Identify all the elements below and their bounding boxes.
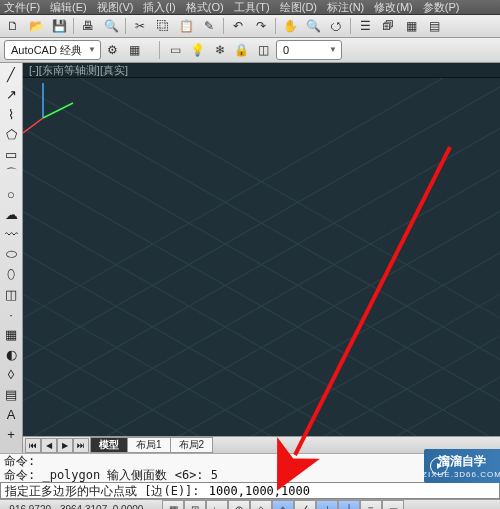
layer-color-icon[interactable]: ◫ xyxy=(254,41,274,59)
layer-freeze-icon[interactable]: ❄ xyxy=(210,41,230,59)
layer-icon[interactable]: ▭ xyxy=(166,41,186,59)
open-icon[interactable]: 📂 xyxy=(25,16,47,36)
menu-edit[interactable]: 编辑(E) xyxy=(50,0,87,14)
menu-modify[interactable]: 修改(M) xyxy=(374,0,413,14)
mtext-icon[interactable]: A xyxy=(2,405,20,423)
3dosnap-toggle[interactable]: ◈ xyxy=(272,500,294,509)
menu-file[interactable]: 文件(F) xyxy=(4,0,40,14)
save-icon[interactable]: 💾 xyxy=(48,16,70,36)
menu-tools[interactable]: 工具(T) xyxy=(234,0,270,14)
layer-lock-icon[interactable]: 🔒 xyxy=(232,41,252,59)
otrack-toggle[interactable]: ∠ xyxy=(294,500,316,509)
layer-select[interactable]: 0 xyxy=(276,40,342,60)
rect-icon[interactable]: ▭ xyxy=(2,145,20,163)
tab-layout1[interactable]: 布局1 xyxy=(127,437,171,453)
calc-icon[interactable]: ▤ xyxy=(423,16,445,36)
tab-last-icon[interactable]: ⏭ xyxy=(73,438,89,453)
paste-icon[interactable]: 📋 xyxy=(175,16,197,36)
ortho-toggle[interactable]: ∟ xyxy=(206,500,228,509)
match-icon[interactable]: ✎ xyxy=(198,16,220,36)
point-icon[interactable]: · xyxy=(2,305,20,323)
gear-icon[interactable]: ⚙ xyxy=(103,41,123,59)
drawing-canvas[interactable] xyxy=(23,78,500,436)
region-icon[interactable]: ◊ xyxy=(2,365,20,383)
grid-toggle[interactable]: ⊞ xyxy=(184,500,206,509)
draw-toolbar: ╱ ↗ ⌇ ⬠ ▭ ⌒ ○ ☁ 〰 ⬭ ⬯ ◫ · ▦ ◐ ◊ ▤ A + xyxy=(0,63,23,453)
svg-line-5 xyxy=(23,223,500,436)
table-icon[interactable]: ▤ xyxy=(2,385,20,403)
lwt-toggle[interactable]: ≡ xyxy=(360,500,382,509)
hatch-icon[interactable]: ▦ xyxy=(2,325,20,343)
polar-toggle[interactable]: ⊕ xyxy=(228,500,250,509)
pan-icon[interactable]: ✋ xyxy=(279,16,301,36)
svg-line-19 xyxy=(43,103,73,118)
print-icon[interactable]: 🖶 xyxy=(77,16,99,36)
polygon-icon[interactable]: ⬠ xyxy=(2,125,20,143)
revcloud-icon[interactable]: ☁ xyxy=(2,205,20,223)
sheet-icon[interactable]: 🗊 xyxy=(377,16,399,36)
workspace-save-icon[interactable]: ▦ xyxy=(125,41,145,59)
command-prompt: 指定正多边形的中心点或 [边(E)]: xyxy=(5,484,200,498)
tab-model[interactable]: 模型 xyxy=(90,437,128,453)
svg-line-20 xyxy=(23,118,43,133)
svg-line-8 xyxy=(23,348,500,436)
svg-line-6 xyxy=(23,265,500,436)
xline-icon[interactable]: ↗ xyxy=(2,85,20,103)
command-input-line[interactable]: 指定正多边形的中心点或 [边(E)]: xyxy=(0,482,500,499)
menu-draw[interactable]: 绘图(D) xyxy=(280,0,317,14)
osnap-toggle[interactable]: ◇ xyxy=(250,500,272,509)
main-area: ╱ ↗ ⌇ ⬠ ▭ ⌒ ○ ☁ 〰 ⬭ ⬯ ◫ · ▦ ◐ ◊ ▤ A + [-… xyxy=(0,63,500,453)
zoom-icon[interactable]: 🔍 xyxy=(302,16,324,36)
undo-icon[interactable]: ↶ xyxy=(227,16,249,36)
tab-prev-icon[interactable]: ◀ xyxy=(41,438,57,453)
new-icon[interactable]: 🗋 xyxy=(2,16,24,36)
layer-state-icon[interactable]: 💡 xyxy=(188,41,208,59)
tab-first-icon[interactable]: ⏮ xyxy=(25,438,41,453)
copy-icon[interactable]: ⿻ xyxy=(152,16,174,36)
cut-icon[interactable]: ✂ xyxy=(129,16,151,36)
command-input[interactable] xyxy=(207,483,411,499)
ucs-icon xyxy=(23,78,83,138)
menu-bar: 文件(F) 编辑(E) 视图(V) 插入(I) 格式(O) 工具(T) 绘图(D… xyxy=(0,0,500,15)
ellipse-arc-icon[interactable]: ⬯ xyxy=(2,265,20,283)
snap-toggle[interactable]: ▦ xyxy=(162,500,184,509)
palette-icon[interactable]: ▦ xyxy=(400,16,422,36)
props-icon[interactable]: ☰ xyxy=(354,16,376,36)
spline-icon[interactable]: 〰 xyxy=(2,225,20,243)
menu-dim[interactable]: 标注(N) xyxy=(327,0,364,14)
gradient-icon[interactable]: ◐ xyxy=(2,345,20,363)
ducs-toggle[interactable]: ⊥ xyxy=(316,500,338,509)
svg-line-3 xyxy=(23,140,500,436)
svg-line-10 xyxy=(23,78,500,389)
watermark-url: ZIXUE.3D66.COM xyxy=(422,470,500,479)
block-icon[interactable]: ◫ xyxy=(2,285,20,303)
tab-layout2[interactable]: 布局2 xyxy=(170,437,214,453)
svg-line-11 xyxy=(23,78,500,348)
tab-next-icon[interactable]: ▶ xyxy=(57,438,73,453)
workspace-select[interactable]: AutoCAD 经典 xyxy=(4,40,101,60)
status-bar: -916.9720, -3964.3107, 0.0000 ▦ ⊞ ∟ ⊕ ◇ … xyxy=(0,499,500,509)
svg-line-14 xyxy=(23,223,500,436)
coordinates[interactable]: -916.9720, -3964.3107, 0.0000 xyxy=(0,504,162,510)
redo-icon[interactable]: ↷ xyxy=(250,16,272,36)
line-icon[interactable]: ╱ xyxy=(2,65,20,83)
svg-line-1 xyxy=(23,78,500,389)
svg-line-9 xyxy=(23,99,500,431)
preview-icon[interactable]: 🔍 xyxy=(100,16,122,36)
orbit-icon[interactable]: ⭯ xyxy=(325,16,347,36)
circle-icon[interactable]: ○ xyxy=(2,185,20,203)
menu-param[interactable]: 参数(P) xyxy=(423,0,460,14)
svg-line-4 xyxy=(23,182,500,436)
viewport-label[interactable]: [-][东南等轴测][真实] xyxy=(23,63,500,78)
svg-line-15 xyxy=(23,265,500,436)
workspace-toolbar: AutoCAD 经典 ⚙ ▦ ▭ 💡 ❄ 🔒 ◫ 0 xyxy=(0,38,500,63)
menu-insert[interactable]: 插入(I) xyxy=(143,0,175,14)
menu-format[interactable]: 格式(O) xyxy=(186,0,224,14)
menu-view[interactable]: 视图(V) xyxy=(97,0,134,14)
addsel-icon[interactable]: + xyxy=(2,425,20,443)
pline-icon[interactable]: ⌇ xyxy=(2,105,20,123)
ellipse-icon[interactable]: ⬭ xyxy=(2,245,20,263)
tpy-toggle[interactable]: ▭ xyxy=(382,500,404,509)
arc-icon[interactable]: ⌒ xyxy=(2,165,20,183)
dyn-toggle[interactable]: ┼ xyxy=(338,500,360,509)
